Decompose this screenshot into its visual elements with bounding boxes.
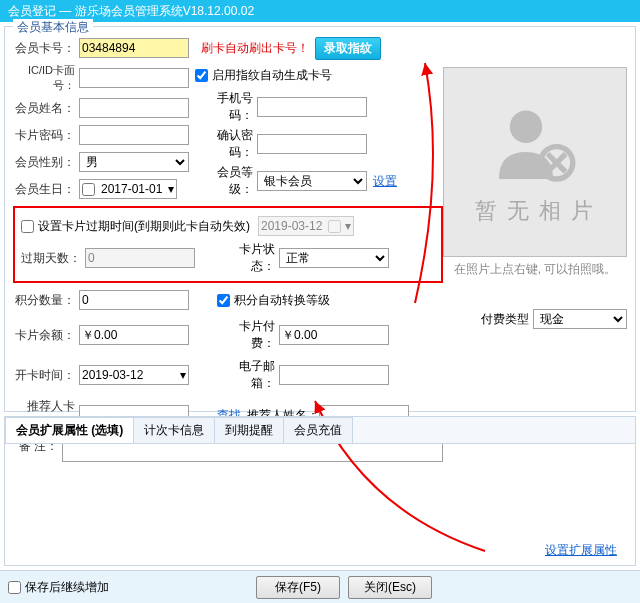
expire-date-value: 2019-03-12: [261, 219, 322, 233]
auto-upgrade-checkbox[interactable]: [217, 294, 230, 307]
label-balance: 卡片余额：: [13, 327, 79, 344]
keep-add-label: 保存后继续增加: [25, 579, 109, 596]
email-input[interactable]: [279, 365, 389, 385]
points-input[interactable]: [79, 290, 189, 310]
expire-enable-checkbox[interactable]: [21, 220, 34, 233]
tab-recharge[interactable]: 会员充值: [283, 417, 353, 443]
label-open-time: 开卡时间：: [13, 367, 79, 384]
phone-input[interactable]: [257, 97, 367, 117]
bottom-bar: 保存后继续增加 保存(F5) 关闭(Esc): [0, 570, 640, 603]
tab-expire-remind[interactable]: 到期提醒: [214, 417, 284, 443]
label-grade: 会员等级：: [195, 164, 257, 198]
label-confirm-pwd: 确认密码：: [195, 127, 257, 161]
auto-upgrade-label: 积分自动转换等级: [234, 292, 330, 309]
no-photo-icon: [490, 98, 580, 188]
grade-setting-link[interactable]: 设置: [373, 173, 397, 190]
dropdown-icon[interactable]: ▾: [168, 182, 174, 196]
window-titlebar: 会员登记 — 游乐场会员管理系统V18.12.00.02: [0, 0, 640, 22]
window-title: 会员登记 — 游乐场会员管理系统V18.12.00.02: [8, 4, 254, 18]
save-button[interactable]: 保存(F5): [256, 576, 340, 599]
photo-tip: 在照片上点右键, 可以拍照哦。: [443, 261, 627, 278]
member-name-input[interactable]: [79, 98, 189, 118]
svg-point-0: [510, 111, 542, 143]
birthday-value: 2017-01-01: [101, 182, 162, 196]
tab-ext-attrs[interactable]: 会员扩展属性 (选填): [5, 417, 134, 443]
keep-add-checkbox[interactable]: [8, 581, 21, 594]
card-no-input[interactable]: [79, 38, 189, 58]
member-basic-group: 会员基本信息 会员卡号： IC/ID卡面号： 会员姓名： 卡片密码：: [4, 26, 636, 412]
expire-set-label: 设置卡片过期时间(到期则此卡自动失效): [38, 218, 250, 235]
fingerprint-button[interactable]: 录取指纹: [315, 37, 381, 60]
label-expire-days: 过期天数：: [19, 250, 85, 267]
ic-card-input[interactable]: [79, 68, 189, 88]
confirm-pwd-input[interactable]: [257, 134, 367, 154]
expire-section: 设置卡片过期时间(到期则此卡自动失效) 2019-03-12 ▾ 过期天数： 卡…: [13, 206, 443, 283]
expire-date-checkbox: [328, 220, 341, 233]
dropdown-icon: ▾: [345, 219, 351, 233]
balance-input[interactable]: [79, 325, 189, 345]
photo-panel: 暂 无 相 片 在照片上点右键, 可以拍照哦。: [443, 31, 627, 278]
photo-none-text: 暂 无 相 片: [475, 196, 595, 226]
tabs-container: 会员扩展属性 (选填) 计次卡信息 到期提醒 会员充值 设置扩展属性: [4, 416, 636, 566]
birthday-checkbox[interactable]: [82, 183, 95, 196]
pay-type-select[interactable]: 现金: [533, 309, 627, 329]
tab-card-info[interactable]: 计次卡信息: [133, 417, 215, 443]
grade-select[interactable]: 银卡会员: [257, 171, 367, 191]
group-title: 会员基本信息: [13, 19, 93, 36]
swipe-note: 刷卡自动刷出卡号！: [201, 40, 309, 57]
label-birthday: 会员生日：: [13, 181, 79, 198]
open-time-value: 2019-03-12: [82, 368, 180, 382]
label-card-pwd: 卡片密码：: [13, 127, 79, 144]
expire-days-input: [85, 248, 195, 268]
ext-setting-link[interactable]: 设置扩展属性: [545, 542, 617, 559]
card-fee-input[interactable]: [279, 325, 389, 345]
label-card-state: 卡片状态：: [217, 241, 279, 275]
label-points: 积分数量：: [13, 292, 79, 309]
label-card-fee: 卡片付费：: [217, 318, 279, 352]
card-state-select[interactable]: 正常: [279, 248, 389, 268]
dropdown-icon[interactable]: ▾: [180, 368, 186, 382]
label-ic-card: IC/ID卡面号：: [13, 63, 79, 93]
label-email: 电子邮箱：: [217, 358, 279, 392]
label-card-no: 会员卡号：: [13, 40, 79, 57]
auto-gen-label: 启用指纹自动生成卡号: [212, 67, 332, 84]
close-button[interactable]: 关闭(Esc): [348, 576, 432, 599]
label-gender: 会员性别：: [13, 154, 79, 171]
gender-select[interactable]: 男: [79, 152, 189, 172]
label-member-name: 会员姓名：: [13, 100, 79, 117]
auto-gen-checkbox[interactable]: [195, 69, 208, 82]
label-phone: 手机号码：: [195, 90, 257, 124]
card-pwd-input[interactable]: [79, 125, 189, 145]
label-pay-type: 付费类型: [481, 311, 529, 328]
photo-box[interactable]: 暂 无 相 片: [443, 67, 627, 257]
